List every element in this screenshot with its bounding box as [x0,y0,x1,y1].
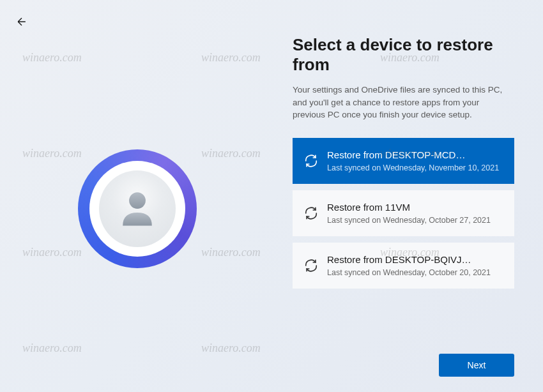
device-title: Restore from DESKTOP-MCD… [327,149,503,160]
sync-icon [304,259,318,273]
device-content: Restore from DESKTOP-BQIVJ… Last synced … [327,254,503,277]
device-option-1[interactable]: Restore from 11VM Last synced on Wednesd… [293,190,514,236]
left-panel [0,0,275,392]
device-option-2[interactable]: Restore from DESKTOP-BQIVJ… Last synced … [293,243,514,289]
back-button[interactable] [15,15,31,31]
main-container: Select a device to restore from Your set… [0,0,543,392]
svg-point-0 [129,192,146,209]
sync-icon [304,206,318,220]
device-subtitle: Last synced on Wednesday, October 20, 20… [327,268,503,277]
device-title: Restore from DESKTOP-BQIVJ… [327,254,503,265]
device-list: Restore from DESKTOP-MCD… Last synced on… [293,138,514,289]
sync-icon [304,154,318,168]
footer: Next [439,354,514,377]
avatar-inner [89,161,185,257]
device-option-0[interactable]: Restore from DESKTOP-MCD… Last synced on… [293,138,514,184]
next-button[interactable]: Next [439,354,514,377]
page-title: Select a device to restore from [293,35,514,75]
page-description: Your settings and OneDrive files are syn… [293,84,514,121]
device-title: Restore from 11VM [327,202,503,213]
device-subtitle: Last synced on Wednesday, November 10, 2… [327,163,503,172]
avatar [99,170,176,247]
avatar-ring [78,149,197,268]
device-content: Restore from 11VM Last synced on Wednesd… [327,202,503,225]
device-content: Restore from DESKTOP-MCD… Last synced on… [327,149,503,172]
device-subtitle: Last synced on Wednesday, October 27, 20… [327,216,503,225]
person-icon [113,185,162,233]
right-panel: Select a device to restore from Your set… [275,0,543,392]
